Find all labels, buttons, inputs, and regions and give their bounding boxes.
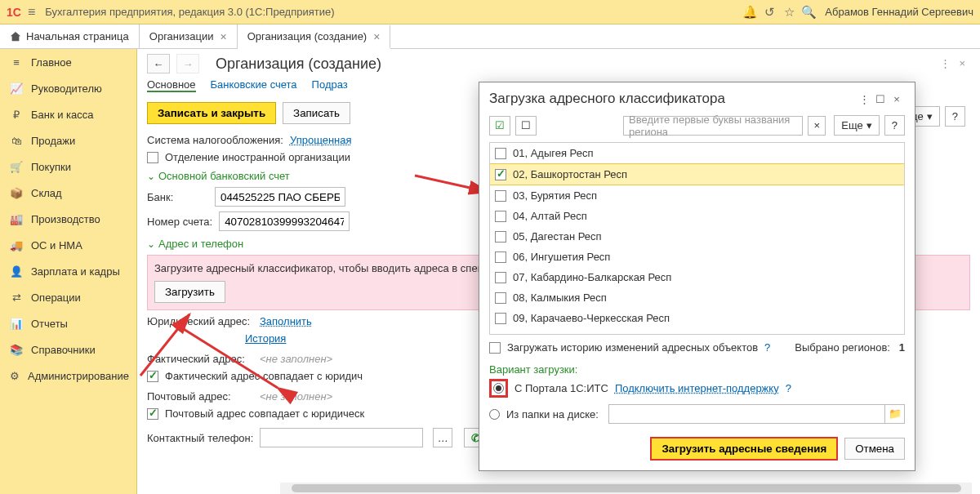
- bank-input[interactable]: [215, 187, 345, 207]
- page-title: Организация (создание): [216, 56, 381, 73]
- sidebar-item-2[interactable]: ₽Банк и касса: [0, 101, 136, 127]
- region-checkbox[interactable]: [495, 148, 506, 159]
- cancel-button[interactable]: Отмена: [844, 438, 905, 460]
- tab-org-create[interactable]: Организация (создание) ×: [238, 25, 391, 49]
- close-icon[interactable]: ×: [220, 30, 226, 43]
- folder-input[interactable]: [609, 405, 884, 423]
- disk-label: Из папки на диске:: [506, 408, 599, 421]
- sidebar-item-10[interactable]: 📊Отчеты: [0, 310, 136, 336]
- acct-input[interactable]: [219, 211, 350, 231]
- sidebar-item-6[interactable]: 🏭Производство: [0, 206, 136, 232]
- region-row[interactable]: 05, Дагестан Респ: [490, 226, 904, 247]
- region-checkbox[interactable]: [495, 292, 506, 304]
- post-same-checkbox[interactable]: [147, 408, 158, 420]
- portal-radio[interactable]: [493, 383, 504, 394]
- region-checkbox[interactable]: [495, 272, 506, 283]
- region-checkbox[interactable]: [495, 251, 506, 263]
- sidebar-item-1[interactable]: 📈Руководителю: [0, 75, 136, 101]
- region-list[interactable]: 01, Адыгея Респ02, Башкортостан Респ03, …: [489, 142, 905, 335]
- dialog-maximize-icon[interactable]: ☐: [872, 93, 889, 105]
- phone-input[interactable]: [260, 428, 423, 447]
- menu-icon[interactable]: ≡: [28, 5, 35, 20]
- subtab-bank[interactable]: Банковские счета: [211, 78, 297, 92]
- save-close-button[interactable]: Записать и закрыть: [147, 102, 276, 124]
- sidebar-item-0[interactable]: ≡Главное: [0, 49, 136, 75]
- search-icon[interactable]: 🔍: [799, 5, 818, 20]
- check-all-button[interactable]: ☑: [489, 116, 510, 136]
- region-search-input[interactable]: Введите первые буквы названия региона: [623, 116, 803, 136]
- region-row[interactable]: 02, Башкортостан Респ: [490, 163, 904, 185]
- dialog-help-button[interactable]: ?: [884, 115, 905, 136]
- dialog-close-icon[interactable]: ×: [889, 93, 905, 105]
- sidebar-icon: 📚: [10, 343, 23, 356]
- foreign-checkbox[interactable]: [147, 152, 158, 163]
- tab-organizations[interactable]: Организации ×: [140, 24, 238, 48]
- subtab-subdiv[interactable]: Подраз: [312, 78, 348, 92]
- sidebar-item-7[interactable]: 🚚ОС и НМА: [0, 232, 136, 258]
- history-checkbox[interactable]: [489, 342, 501, 354]
- sidebar-item-11[interactable]: 📚Справочники: [0, 336, 136, 363]
- kebab-icon[interactable]: ⋮: [940, 57, 951, 69]
- save-button[interactable]: Записать: [283, 102, 350, 124]
- region-row[interactable]: 01, Адыгея Респ: [490, 143, 904, 163]
- home-tab[interactable]: Начальная страница: [0, 24, 140, 48]
- clear-search-button[interactable]: ×: [808, 116, 826, 136]
- close-icon[interactable]: ×: [373, 30, 380, 43]
- browse-button[interactable]: 📁: [884, 405, 904, 423]
- fact-same-checkbox[interactable]: [147, 371, 158, 382]
- back-button[interactable]: ←: [147, 54, 170, 73]
- sidebar-icon: ⇄: [10, 291, 23, 304]
- region-row[interactable]: 06, Ингушетия Респ: [490, 247, 904, 267]
- close-page-icon[interactable]: ×: [959, 57, 965, 69]
- fill-link[interactable]: Заполнить: [260, 315, 312, 327]
- horizontal-scrollbar[interactable]: [280, 483, 972, 494]
- connect-support-link[interactable]: Подключить интернет-поддержку: [615, 382, 779, 394]
- tax-value-link[interactable]: Упрощенная: [290, 134, 352, 146]
- app-title: Бухгалтерия предприятия, редакция 3.0 (1…: [45, 6, 740, 18]
- region-checkbox[interactable]: [495, 313, 506, 324]
- sidebar-icon: 📦: [10, 186, 23, 199]
- classifier-dialog: Загрузка адресного классификатора ⋮ ☐ × …: [479, 82, 915, 471]
- acct-label: Номер счета:: [147, 216, 212, 228]
- region-checkbox[interactable]: [495, 211, 506, 222]
- region-checkbox[interactable]: [495, 231, 506, 243]
- region-row[interactable]: 08, Калмыкия Респ: [490, 287, 904, 308]
- subtab-main[interactable]: Основное: [147, 78, 196, 92]
- sidebar-item-8[interactable]: 👤Зарплата и кадры: [0, 258, 136, 284]
- history-icon[interactable]: ↺: [760, 5, 779, 20]
- 1c-logo: 1C: [7, 6, 21, 19]
- help-button[interactable]: ?: [945, 106, 965, 127]
- sidebar-item-5[interactable]: 📦Склад: [0, 180, 136, 206]
- load-addresses-button[interactable]: Загрузить адресные сведения: [650, 437, 838, 461]
- region-checkbox[interactable]: [495, 190, 506, 202]
- history-link[interactable]: История: [245, 332, 286, 345]
- sidebar-icon: 📊: [10, 317, 23, 330]
- bell-icon[interactable]: 🔔: [740, 5, 760, 20]
- sidebar-item-4[interactable]: 🛒Покупки: [0, 154, 136, 180]
- disk-radio[interactable]: [489, 409, 500, 420]
- fact-same-label: Фактический адрес совпадает с юридич: [165, 370, 363, 382]
- region-row[interactable]: 09, Карачаево-Черкесская Респ: [490, 308, 904, 328]
- sidebar-icon: 🚚: [10, 238, 23, 251]
- region-row[interactable]: 04, Алтай Респ: [490, 206, 904, 226]
- dialog-kebab-icon[interactable]: ⋮: [856, 93, 872, 105]
- region-checkbox[interactable]: [495, 169, 506, 180]
- history-label: Загружать историю изменений адресных объ…: [507, 341, 758, 354]
- region-row[interactable]: 07, Кабардино-Балкарская Респ: [490, 267, 904, 287]
- dialog-more-button[interactable]: Еще▾: [834, 115, 879, 136]
- help-icon[interactable]: ?: [764, 341, 770, 354]
- help-icon[interactable]: ?: [786, 382, 791, 394]
- sidebar-item-9[interactable]: ⇄Операции: [0, 284, 136, 310]
- forward-button[interactable]: →: [176, 54, 199, 73]
- uncheck-all-button[interactable]: ☐: [515, 116, 537, 136]
- load-classifier-button[interactable]: Загрузить: [154, 281, 225, 303]
- post-addr-label: Почтовый адрес:: [147, 390, 253, 403]
- user-name[interactable]: Абрамов Геннадий Сергеевич: [825, 6, 973, 18]
- star-icon[interactable]: ☆: [779, 5, 799, 20]
- sidebar-icon: 🛒: [10, 160, 23, 173]
- region-row[interactable]: 03, Бурятия Респ: [490, 185, 904, 206]
- sidebar-item-12[interactable]: ⚙Администрирование: [0, 363, 136, 389]
- sidebar-icon: 📈: [10, 82, 23, 95]
- sidebar-item-3[interactable]: 🛍Продажи: [0, 127, 136, 154]
- phone-add-button[interactable]: …: [433, 428, 452, 447]
